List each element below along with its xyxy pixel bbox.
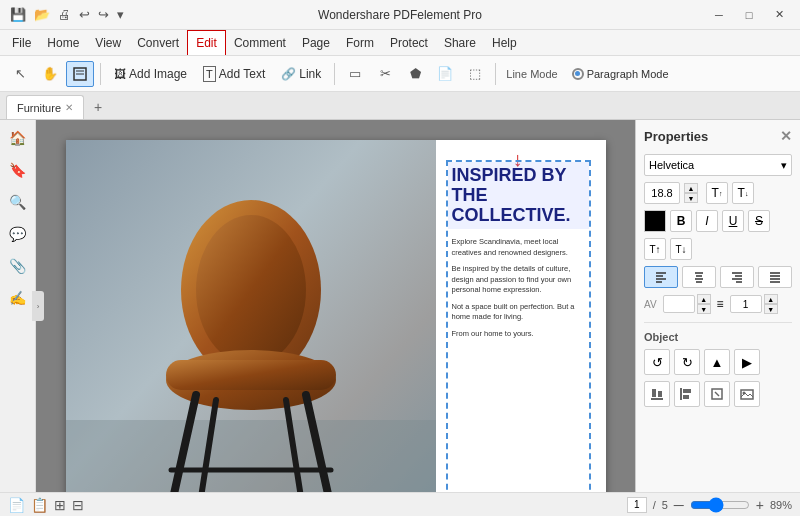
shape-tool-button[interactable]: ⬟: [401, 61, 429, 87]
signature-sidebar-icon[interactable]: ✍: [4, 284, 32, 312]
svg-rect-31: [652, 389, 656, 397]
content-para-4: From our home to yours.: [448, 329, 589, 340]
object-section: Object ↺ ↻ ▲ ▶: [644, 322, 792, 407]
menu-form[interactable]: Form: [338, 30, 382, 55]
flip-v-button[interactable]: ▲: [704, 349, 730, 375]
text-up-button[interactable]: T↑: [644, 238, 666, 260]
print-icon[interactable]: 🖨: [56, 5, 73, 24]
properties-close-button[interactable]: ✕: [780, 128, 792, 144]
paragraph-mode-dot: [572, 68, 584, 80]
minimize-button[interactable]: ─: [706, 6, 732, 24]
zoom-slider[interactable]: [690, 497, 750, 513]
font-size-down-button[interactable]: ▼: [684, 193, 698, 203]
align-left-button[interactable]: [644, 266, 678, 288]
svg-point-6: [196, 215, 306, 365]
zoom-minus-button[interactable]: ─: [674, 497, 684, 513]
attachment-sidebar-icon[interactable]: 📎: [4, 252, 32, 280]
align-center-button[interactable]: [682, 266, 716, 288]
close-button[interactable]: ✕: [766, 6, 792, 24]
font-size-up-button[interactable]: ▲: [684, 183, 698, 193]
clip-button[interactable]: [704, 381, 730, 407]
select-tool-button[interactable]: ↖: [6, 61, 34, 87]
menu-page[interactable]: Page: [294, 30, 338, 55]
redo-icon[interactable]: ↪: [96, 5, 111, 24]
line-spacing-input[interactable]: [730, 295, 762, 313]
add-text-button[interactable]: T Add Text: [196, 61, 272, 87]
edit-tool-button[interactable]: [66, 61, 94, 87]
av-spinners: ▲ ▼: [697, 294, 711, 314]
rotate-ccw-button[interactable]: ↺: [644, 349, 670, 375]
search-sidebar-icon[interactable]: 🔍: [4, 188, 32, 216]
menu-edit[interactable]: Edit: [187, 30, 226, 55]
content-para-3: Not a space built on perfection. But a h…: [448, 302, 589, 323]
menu-file[interactable]: File: [4, 30, 39, 55]
superscript-button[interactable]: T↑: [706, 182, 728, 204]
menu-view[interactable]: View: [87, 30, 129, 55]
text-content-area[interactable]: INSPIRED BY THE COLLECTIVE. Explore Scan…: [446, 160, 591, 492]
flip-h-button[interactable]: ▶: [734, 349, 760, 375]
page-icon-1[interactable]: 📄: [8, 497, 25, 513]
av-input[interactable]: [663, 295, 695, 313]
menu-help[interactable]: Help: [484, 30, 525, 55]
maximize-button[interactable]: □: [736, 6, 762, 24]
document-tab[interactable]: Furniture ✕: [6, 95, 84, 119]
underline-button[interactable]: U: [722, 210, 744, 232]
home-sidebar-icon[interactable]: 🏠: [4, 124, 32, 152]
zoom-plus-button[interactable]: +: [756, 497, 764, 513]
add-tab-button[interactable]: +: [88, 97, 108, 117]
italic-button[interactable]: I: [696, 210, 718, 232]
align-justify-button[interactable]: [758, 266, 792, 288]
pan-tool-button[interactable]: ✋: [36, 61, 64, 87]
bookmark-sidebar-icon[interactable]: 🔖: [4, 156, 32, 184]
tab-close-button[interactable]: ✕: [65, 102, 73, 113]
strikethrough-button[interactable]: S: [748, 210, 770, 232]
subscript-button[interactable]: T↓: [732, 182, 754, 204]
bold-button[interactable]: B: [670, 210, 692, 232]
alignment-row: [644, 266, 792, 288]
av-up-button[interactable]: ▲: [697, 294, 711, 304]
font-family-select[interactable]: Helvetica ▾: [644, 154, 792, 176]
svg-rect-8: [166, 360, 336, 390]
spacing-down-button[interactable]: ▼: [764, 304, 778, 314]
status-right: / 5 ─ + 89%: [627, 497, 792, 513]
menu-share[interactable]: Share: [436, 30, 484, 55]
open-icon[interactable]: 📂: [32, 5, 52, 24]
text-down-button[interactable]: T↓: [670, 238, 692, 260]
rect-tool-button[interactable]: ▭: [341, 61, 369, 87]
doc-tool-button[interactable]: 📄: [431, 61, 459, 87]
align-bottom-button[interactable]: [644, 381, 670, 407]
spacing-row: AV ▲ ▼ ≡ ▲ ▼: [644, 294, 792, 314]
status-bar: 📄 📋 ⊞ ⊟ / 5 ─ + 89%: [0, 492, 800, 516]
collapse-sidebar-button[interactable]: ›: [32, 291, 44, 321]
menu-convert[interactable]: Convert: [129, 30, 187, 55]
menu-protect[interactable]: Protect: [382, 30, 436, 55]
text-color-button[interactable]: [644, 210, 666, 232]
crop-tool-button[interactable]: ✂: [371, 61, 399, 87]
stamp-tool-button[interactable]: ⬚: [461, 61, 489, 87]
page-icon-4[interactable]: ⊟: [72, 497, 84, 513]
font-size-input[interactable]: [644, 182, 680, 204]
spacing-up-button[interactable]: ▲: [764, 294, 778, 304]
align-right-button[interactable]: [720, 266, 754, 288]
toolbar-separator-1: [100, 63, 101, 85]
av-down-button[interactable]: ▼: [697, 304, 711, 314]
undo-icon[interactable]: ↩: [77, 5, 92, 24]
paragraph-mode-radio[interactable]: Paragraph Mode: [572, 68, 669, 80]
line-mode-label: Line Mode: [506, 68, 557, 80]
properties-panel: Properties ✕ Helvetica ▾ ▲ ▼ T↑ T↓ B I U: [635, 120, 800, 492]
save-icon[interactable]: 💾: [8, 5, 28, 24]
chair-image: [66, 140, 436, 492]
image-button[interactable]: [734, 381, 760, 407]
page-number-input[interactable]: [627, 497, 647, 513]
page-icon-2[interactable]: 📋: [31, 497, 48, 513]
dropdown-arrow[interactable]: ▾: [115, 5, 126, 24]
align-left-obj-button[interactable]: [674, 381, 700, 407]
rotate-cw-button[interactable]: ↻: [674, 349, 700, 375]
link-button[interactable]: 🔗 Link: [274, 61, 328, 87]
comment-sidebar-icon[interactable]: 💬: [4, 220, 32, 248]
add-image-button[interactable]: 🖼 Add Image: [107, 61, 194, 87]
menu-home[interactable]: Home: [39, 30, 87, 55]
menu-comment[interactable]: Comment: [226, 30, 294, 55]
page-icon-3[interactable]: ⊞: [54, 497, 66, 513]
font-name: Helvetica: [649, 159, 694, 171]
